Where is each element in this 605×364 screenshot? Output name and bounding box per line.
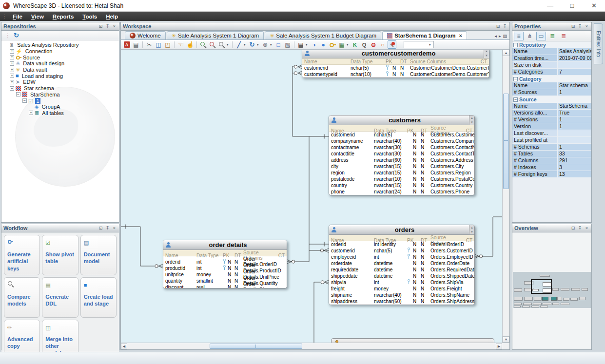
entity-column-row[interactable]: regionnvarchar(15)NNCustomers.Region	[329, 170, 474, 176]
pin-panel-icon[interactable]: ↧	[577, 226, 583, 230]
list-view-icon[interactable]: ≡	[514, 32, 524, 40]
tab-starschema-1-diagram[interactable]: StarSchema 1 Diagram×	[382, 31, 467, 39]
pin-panel-icon[interactable]: ↧	[502, 24, 507, 29]
diagram-combo-box[interactable]: ▾	[404, 41, 434, 48]
tree-item-starschema[interactable]: −StarSchema	[3, 92, 119, 98]
tab-sale-analysis-system-1-budget-diagram[interactable]: ✳Sale Analysis System 1 Budget Diagram	[265, 31, 381, 39]
property-row[interactable]: # Tables33	[512, 151, 591, 157]
close-button[interactable]: ✕	[583, 0, 605, 11]
tree-item-sales-analysis-repository[interactable]: ♜Sales Analysis Repository	[3, 42, 119, 48]
entity-table-customers[interactable]: customers▲▼NameData TypePKDTSource Colum…	[329, 115, 475, 195]
collapse-section-icon[interactable]: −	[513, 43, 518, 47]
auto-layout-icon[interactable]: ↻	[248, 40, 256, 49]
property-row[interactable]: # Versions1	[512, 116, 591, 123]
world-view-icon[interactable]: ●	[319, 40, 328, 49]
entity-title-bar[interactable]: order details	[163, 240, 287, 250]
menu-reports[interactable]: Reports	[48, 14, 78, 19]
close-panel-icon[interactable]: ×	[584, 24, 589, 29]
property-row[interactable]: NameStarSchema	[512, 103, 591, 109]
entity-column-row[interactable]: customeridnchar(5)NNOrders.CustomerID	[329, 248, 474, 254]
tree-item-load-and-staging[interactable]: +■Load and staging	[3, 73, 119, 79]
tree-view-icon[interactable]: ⋔	[525, 32, 535, 40]
close-panel-icon[interactable]: ×	[584, 226, 589, 230]
entity-column-row[interactable]: requireddatedatetimeNNOrders.RequiredDat…	[329, 267, 474, 273]
entity-column-row[interactable]: customeridnchar(5)NNCustomerCustomerDemo…	[302, 65, 489, 71]
tree-expander[interactable]: +	[29, 111, 33, 115]
menu-file[interactable]: File	[8, 14, 27, 19]
entity-table-partial[interactable]	[331, 338, 494, 343]
entity-column-row[interactable]: companynamenvarchar(40)NNCustomers.Compa…	[329, 138, 474, 144]
entity-table-order-details[interactable]: order detailsNameData TypePKDTSource Col…	[163, 240, 287, 288]
property-section-category[interactable]: −Category	[512, 76, 591, 82]
entity-table-customercustomerdemo[interactable]: customercustomerdemo▲▼NameData TypePKDTS…	[302, 50, 489, 78]
entity-column-row[interactable]: citynvarchar(15)NNCustomers.City	[329, 163, 474, 170]
tree-expander[interactable]: −	[22, 98, 27, 103]
add-key-icon[interactable]	[328, 40, 337, 49]
tab-welcome[interactable]: Welcome	[125, 31, 166, 39]
vertical-scroll-thumb[interactable]	[503, 94, 509, 189]
show-half-icon[interactable]: ◑	[310, 40, 318, 49]
tree-item-groupa[interactable]: ◈GroupA	[3, 104, 119, 110]
entity-column-row[interactable]: freightmoneyNNOrders.Freight	[329, 286, 474, 292]
chevron-down-icon[interactable]: ▾	[306, 43, 309, 47]
entity-column-row[interactable]: contacttitlenvarchar(30)NNCustomers.Cont…	[329, 151, 474, 157]
entities-info-side-tab[interactable]: Entities' Info	[594, 23, 603, 64]
tree-item-all-tables[interactable]: +≣All tables	[3, 110, 119, 116]
entity-title-bar[interactable]: customers▲▼	[329, 115, 474, 125]
property-row[interactable]: NameStar schema	[512, 82, 591, 89]
display-mode-icon[interactable]: ▤	[296, 40, 305, 49]
tree-expander[interactable]: +	[10, 49, 14, 54]
pin-layout-icon[interactable]	[388, 40, 396, 49]
tree-item-data-vault-design[interactable]: +✳Data vault design	[3, 60, 119, 67]
flat-view-icon[interactable]: ▭	[536, 32, 546, 40]
property-row[interactable]: Creation time...2019-07-09 09:...	[512, 55, 591, 61]
float-panel-icon[interactable]: ⊡	[570, 226, 576, 230]
workflow-button-generate-artificial-keys[interactable]: Generate artificial keys	[4, 235, 40, 275]
scroll-up-arrow[interactable]: ▲	[470, 226, 473, 229]
select-hand-icon[interactable]: ☝	[186, 40, 195, 49]
menu-view[interactable]: View	[27, 14, 48, 19]
scroll-down-arrow[interactable]: ▼	[470, 121, 473, 124]
scroll-left-arrow[interactable]: ◀	[121, 343, 127, 349]
chevron-down-icon[interactable]: ▾	[227, 43, 230, 47]
property-row[interactable]: Last discover...	[512, 130, 591, 136]
expand-all-icon[interactable]: ≣	[547, 32, 557, 40]
minimize-button[interactable]: —	[539, 0, 561, 11]
float-panel-icon[interactable]: ⊡	[98, 226, 103, 230]
fit-to-window-icon[interactable]: □	[274, 40, 283, 49]
close-panel-icon[interactable]: ×	[112, 226, 117, 230]
diagram-minimap[interactable]	[513, 272, 591, 308]
zoom-out-icon[interactable]	[208, 40, 217, 49]
canvas-vertical-scrollbar[interactable]: ▲ ▼	[502, 50, 509, 343]
collapse-all-icon[interactable]: ≣	[559, 32, 568, 40]
entity-column-row[interactable]: orderidint identityNNOrders.OrderID	[329, 241, 474, 248]
entity-column-row[interactable]: addressnvarchar(60)NNCustomers.Address	[329, 157, 474, 163]
canvas-horizontal-scrollbar[interactable]: ◀ ▶	[121, 343, 509, 349]
workflow-button-compare-models[interactable]: Compare models	[4, 277, 40, 318]
scroll-down-arrow[interactable]: ▼	[485, 54, 488, 57]
scroll-right-arrow[interactable]: ▶	[496, 343, 502, 349]
routing-style-icon[interactable]: ⊛	[261, 40, 270, 49]
property-row[interactable]: Size on disk	[512, 62, 591, 68]
shrink-diagram-icon[interactable]: K	[351, 40, 359, 49]
export-pdf-icon[interactable]: A	[122, 40, 131, 49]
zoom-selection-icon[interactable]: Q	[360, 40, 369, 49]
close-panel-icon[interactable]: ×	[112, 24, 117, 29]
entity-scroll-arrows[interactable]: ▲▼	[469, 115, 474, 125]
tab-sale-analysis-system-1-diagram[interactable]: ✳Sale Analysis System 1 Diagram	[167, 31, 264, 39]
zoom-level-icon[interactable]	[217, 40, 226, 49]
scroll-down-arrow[interactable]: ▼	[470, 230, 473, 233]
tree-item-data-vault[interactable]: +✳Data vault	[3, 67, 119, 73]
chevron-down-icon[interactable]: ▾	[270, 43, 273, 47]
property-row[interactable]: # Categories7	[512, 69, 591, 75]
entity-column-row[interactable]: countrynvarchar(15)NNCustomers.Country	[329, 182, 474, 189]
tree-expander[interactable]: +	[10, 80, 14, 84]
entity-column-row[interactable]: shipnamenvarchar(40)NNOrders.ShipName	[329, 292, 474, 298]
menu-help[interactable]: Help	[101, 14, 122, 19]
entity-column-row[interactable]: contactnamenvarchar(30)NNCustomers.Conta…	[329, 144, 474, 151]
entity-column-row[interactable]: shippeddatedatetimeNNOrders.ShippedDate	[329, 273, 474, 279]
paste-icon[interactable]: ◰	[163, 40, 172, 49]
refresh-repositories-icon[interactable]: ↻	[14, 32, 19, 39]
select-region-icon[interactable]: ▧	[283, 40, 292, 49]
chevron-down-icon[interactable]: ▾	[257, 43, 260, 47]
